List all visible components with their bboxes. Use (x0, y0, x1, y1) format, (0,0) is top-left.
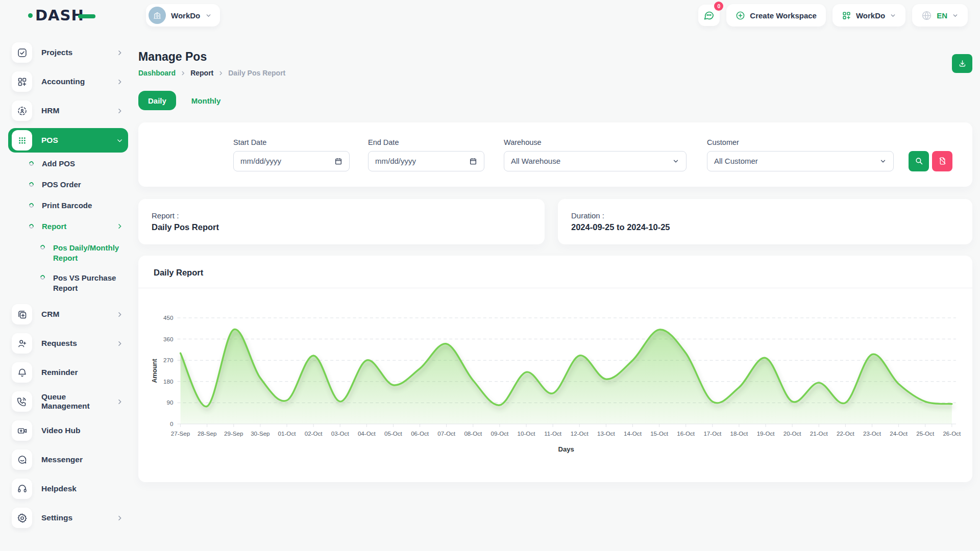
calendar-icon (334, 157, 342, 165)
accounting-grid-icon (12, 71, 32, 92)
workspace-grid-icon (842, 11, 851, 20)
svg-text:Amount: Amount (151, 359, 158, 383)
svg-text:16-Oct: 16-Oct (677, 431, 695, 437)
sidebar-item-reminder[interactable]: Reminder (8, 361, 128, 384)
svg-text:17-Oct: 17-Oct (703, 431, 722, 437)
chevron-right-icon (116, 515, 123, 521)
svg-text:13-Oct: 13-Oct (597, 431, 616, 437)
logo-text: DASH (35, 7, 84, 24)
sidebar-item-pos[interactable]: POS (8, 128, 128, 153)
start-date-input[interactable]: mm/dd/yyyy (233, 151, 350, 171)
sidebar-item-settings[interactable]: Settings (8, 506, 128, 530)
sidebar-item-label: Projects (41, 48, 72, 57)
duration-summary-card: Duration : 2024-09-25 to 2024-10-25 (558, 199, 972, 244)
sidebar-item-crm[interactable]: CRM (8, 303, 128, 326)
sidebar-item-pos-order[interactable]: POS Order (8, 180, 128, 189)
breadcrumb-separator-icon (180, 70, 186, 76)
sidebar-item-accounting[interactable]: Accounting (8, 70, 128, 93)
phone-call-icon (12, 391, 32, 412)
globe-icon (921, 10, 932, 21)
sidebar-item-print-barcode[interactable]: Print Barcode (8, 201, 128, 210)
svg-text:11-Oct: 11-Oct (544, 431, 562, 437)
projects-checkbox-icon (12, 42, 32, 63)
duration-label: Duration : (571, 211, 959, 220)
svg-text:09-Oct: 09-Oct (491, 431, 509, 437)
end-date-input[interactable]: mm/dd/yyyy (368, 151, 484, 171)
workspace-avatar (149, 7, 166, 24)
sidebar-item-hrm[interactable]: HRM (8, 99, 128, 122)
svg-text:30-Sep: 30-Sep (251, 431, 270, 437)
account-menu[interactable]: WorkDo (832, 4, 905, 27)
page-title: Manage Pos (138, 50, 285, 64)
chevron-down-icon (205, 12, 212, 19)
sidebar-item-add-pos[interactable]: Add POS (8, 159, 128, 168)
svg-text:08-Oct: 08-Oct (464, 431, 482, 437)
workspace-switcher[interactable]: WorkDo (146, 4, 220, 27)
breadcrumb-current: Daily Pos Report (228, 69, 285, 77)
report-period-tabs: Daily Monthly (138, 91, 972, 110)
svg-text:23-Oct: 23-Oct (863, 431, 881, 437)
svg-text:05-Oct: 05-Oct (384, 431, 403, 437)
bullet-icon (39, 244, 46, 251)
svg-text:10-Oct: 10-Oct (518, 431, 536, 437)
warehouse-select[interactable]: All Warehouse (504, 151, 687, 171)
svg-text:01-Oct: 01-Oct (278, 431, 297, 437)
svg-text:270: 270 (163, 357, 173, 363)
bullet-icon (28, 181, 35, 188)
tab-daily[interactable]: Daily (138, 91, 176, 110)
main-content: Manage Pos Dashboard Report Daily Pos Re… (135, 31, 980, 551)
svg-text:03-Oct: 03-Oct (331, 431, 350, 437)
svg-text:19-Oct: 19-Oct (757, 431, 775, 437)
language-label: EN (937, 11, 947, 20)
sidebar-item-queue-management[interactable]: Queue Management (8, 390, 128, 413)
chevron-down-icon (890, 12, 896, 19)
report-label: Report : (152, 211, 531, 220)
top-header: DASH WorkDo 0 Create Workspace (0, 0, 980, 31)
start-date-label: Start Date (233, 138, 350, 146)
breadcrumb-report[interactable]: Report (190, 69, 213, 77)
download-report-button[interactable] (952, 54, 972, 73)
tab-monthly[interactable]: Monthly (184, 96, 228, 105)
svg-text:26-Oct: 26-Oct (943, 431, 961, 437)
svg-text:28-Sep: 28-Sep (198, 431, 216, 437)
svg-text:29-Sep: 29-Sep (224, 431, 243, 437)
language-menu[interactable]: EN (912, 4, 968, 27)
svg-text:22-Oct: 22-Oct (837, 431, 855, 437)
svg-text:27-Sep: 27-Sep (171, 431, 190, 437)
chevron-right-icon (116, 340, 123, 347)
sidebar-item-messenger[interactable]: Messenger (8, 448, 128, 471)
create-workspace-button[interactable]: Create Workspace (726, 4, 826, 27)
sidebar-item-helpdesk[interactable]: Helpdesk (8, 477, 128, 500)
app-logo[interactable]: DASH (28, 7, 95, 24)
building-icon (153, 11, 162, 20)
report-summary-card: Report : Daily Pos Report (138, 199, 545, 244)
reset-filter-button[interactable] (932, 151, 952, 171)
sidebar-item-report[interactable]: Report (8, 222, 128, 231)
chevron-down-icon (952, 12, 959, 19)
svg-text:180: 180 (163, 379, 173, 385)
customer-label: Customer (707, 138, 894, 146)
sidebar-item-pos-daily-monthly-report[interactable]: Pos Daily/Monthly Report (8, 243, 128, 264)
sidebar-item-requests[interactable]: Requests (8, 332, 128, 355)
logo-dash-bar (78, 14, 95, 18)
customer-select[interactable]: All Customer (707, 151, 894, 171)
sidebar-item-video-hub[interactable]: Video Hub (8, 419, 128, 442)
svg-text:12-Oct: 12-Oct (571, 431, 589, 437)
svg-text:21-Oct: 21-Oct (810, 431, 828, 437)
breadcrumb-dashboard-link[interactable]: Dashboard (138, 69, 176, 77)
sidebar-item-projects[interactable]: Projects (8, 41, 128, 64)
svg-text:15-Oct: 15-Oct (650, 431, 669, 437)
daily-report-chart[interactable]: 09018027036045027-Sep28-Sep29-Sep30-Sep0… (149, 292, 962, 461)
calendar-icon (469, 157, 477, 165)
svg-text:04-Oct: 04-Oct (358, 431, 376, 437)
end-date-label: End Date (368, 138, 484, 146)
apply-filter-button[interactable] (909, 151, 929, 171)
svg-text:Days: Days (558, 445, 574, 453)
chevron-down-icon (879, 158, 887, 165)
sidebar-item-pos-vs-purchase-report[interactable]: Pos VS Purchase Report (8, 273, 128, 294)
chevron-right-icon (116, 311, 123, 318)
messages-button[interactable]: 0 (698, 5, 720, 26)
messages-badge: 0 (714, 2, 723, 11)
chat-bubble-icon (703, 10, 715, 21)
svg-text:450: 450 (163, 315, 173, 321)
